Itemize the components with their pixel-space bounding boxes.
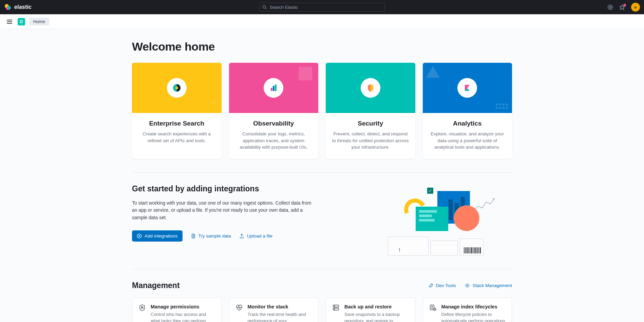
search-input[interactable] — [259, 3, 385, 12]
document-icon — [191, 233, 196, 239]
mgmt-card-desc: Track the real-time health and performan… — [248, 311, 312, 322]
card-desc: Explore, visualize, and analyze your dat… — [429, 131, 506, 151]
notification-dot — [623, 4, 626, 6]
solution-card-analytics[interactable]: Analytics Explore, visualize, and analyz… — [423, 63, 512, 159]
card-decoration: + — [132, 63, 222, 113]
gear-icon — [465, 283, 470, 288]
mgmt-card-permissions[interactable]: Manage permissions Control who has acces… — [132, 298, 222, 322]
observability-icon — [264, 78, 283, 98]
brand-logo[interactable]: elastic — [4, 3, 32, 11]
header-actions: e — [607, 3, 640, 12]
svg-point-21 — [334, 306, 335, 306]
sub-header: D Home — [0, 14, 644, 29]
section-divider — [132, 172, 512, 173]
section-divider — [132, 269, 512, 269]
svg-rect-10 — [273, 86, 274, 91]
card-decoration — [326, 63, 415, 113]
storage-icon — [332, 304, 340, 322]
get-started-actions: Add integrations Try sample data Upload … — [132, 230, 363, 242]
stack-management-link[interactable]: Stack Management — [465, 283, 512, 288]
svg-rect-9 — [271, 88, 272, 91]
card-decoration — [229, 63, 319, 113]
svg-rect-11 — [275, 84, 277, 91]
get-started-illustration: ✓ ↑ — [376, 184, 512, 255]
card-decoration — [423, 63, 512, 113]
mgmt-card-title: Monitor the stack — [248, 304, 312, 309]
user-avatar[interactable]: e — [631, 3, 640, 12]
upload-icon — [239, 233, 244, 239]
card-desc: Prevent, collect, detect, and respond to… — [332, 131, 409, 151]
management-title: Management — [132, 281, 180, 290]
card-title: Enterprise Search — [138, 120, 215, 127]
mgmt-card-desc: Save snapshots to a backup repository, a… — [344, 311, 409, 322]
search-icon — [262, 5, 267, 10]
enterprise-search-icon — [167, 78, 187, 98]
svg-line-4 — [265, 8, 266, 9]
solution-card-security[interactable]: Security Prevent, collect, detect, and r… — [326, 63, 415, 159]
solution-cards-row: + Enterprise Search Create search experi… — [132, 63, 512, 159]
card-title: Analytics — [429, 120, 506, 127]
breadcrumb-home[interactable]: Home — [29, 18, 49, 25]
card-desc: Create search experiences with a refined… — [138, 131, 215, 144]
card-desc: Consolidate your logs, metrics, applicat… — [235, 131, 312, 151]
solution-card-observability[interactable]: Observability Consolidate your logs, met… — [229, 63, 319, 159]
management-cards-row: Manage permissions Control who has acces… — [132, 298, 512, 322]
page-title: Welcome home — [132, 40, 512, 53]
index-settings-icon — [429, 304, 437, 322]
add-integrations-button[interactable]: Add integrations — [132, 230, 183, 242]
mgmt-card-desc: Define lifecycle policies to automatical… — [441, 311, 506, 322]
shield-icon — [138, 304, 146, 322]
elastic-logo-icon — [4, 3, 12, 11]
help-icon[interactable] — [607, 4, 613, 10]
management-header: Management Dev Tools Stack Management — [132, 281, 512, 290]
get-started-desc: To start working with your data, use one… — [132, 200, 312, 222]
get-started-title: Get started by adding integrations — [132, 184, 363, 193]
nav-toggle-button[interactable] — [5, 18, 14, 25]
mgmt-card-backup[interactable]: Back up and restore Save snapshots to a … — [326, 298, 415, 322]
get-started-section: Get started by adding integrations To st… — [132, 184, 512, 255]
global-header: elastic e — [0, 0, 644, 14]
space-selector[interactable]: D — [18, 18, 25, 25]
mgmt-card-title: Manage index lifecycles — [441, 304, 506, 309]
svg-point-2 — [6, 7, 9, 10]
mgmt-card-desc: Control who has access and what tasks th… — [151, 311, 215, 322]
heartbeat-icon — [235, 304, 243, 322]
main-content: Welcome home + Enterprise Search Create … — [132, 29, 512, 322]
card-title: Observability — [235, 120, 312, 127]
mgmt-card-monitor[interactable]: Monitor the stack Track the real-time he… — [229, 298, 319, 322]
newsfeed-icon[interactable] — [619, 4, 625, 10]
brand-name: elastic — [14, 4, 32, 10]
mgmt-card-lifecycle[interactable]: Manage index lifecycles Define lifecycle… — [423, 298, 512, 322]
security-icon — [361, 78, 380, 98]
card-title: Security — [332, 120, 409, 127]
dev-tools-link[interactable]: Dev Tools — [428, 283, 456, 288]
try-sample-data-link[interactable]: Try sample data — [191, 233, 231, 239]
global-search — [259, 3, 385, 12]
svg-point-8 — [175, 87, 178, 89]
svg-point-22 — [334, 309, 335, 309]
svg-point-3 — [263, 5, 266, 8]
upload-file-link[interactable]: Upload a file — [239, 233, 272, 239]
svg-point-17 — [467, 285, 468, 286]
wrench-icon — [428, 283, 433, 288]
analytics-icon — [457, 78, 477, 98]
mgmt-card-title: Manage permissions — [151, 304, 215, 309]
mgmt-card-title: Back up and restore — [344, 304, 409, 309]
avatar-initial: e — [634, 5, 637, 10]
plus-circle-icon — [137, 233, 142, 239]
solution-card-enterprise-search[interactable]: + Enterprise Search Create search experi… — [132, 63, 222, 159]
